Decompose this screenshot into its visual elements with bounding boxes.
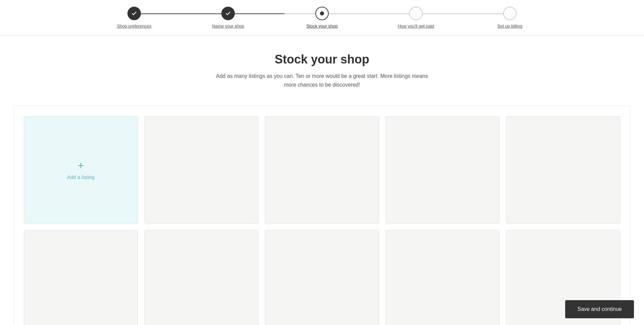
- listing-grid-row-2: [24, 230, 620, 325]
- listing-grid-row-1: + Add a listing: [24, 116, 620, 224]
- step-circle-5: [503, 7, 517, 20]
- step-label-5[interactable]: Set up billing: [497, 24, 522, 29]
- listing-grid-section: + Add a listing: [13, 106, 631, 325]
- listing-placeholder-2-2: [145, 230, 259, 325]
- step-label-4[interactable]: How you'll get paid: [398, 24, 434, 29]
- step-label-2[interactable]: Name your shop: [212, 24, 244, 29]
- step-stock-your-shop[interactable]: Stock your shop: [275, 7, 369, 29]
- step-name-your-shop[interactable]: Name your shop: [181, 7, 275, 29]
- step-how-paid[interactable]: How you'll get paid: [369, 7, 463, 29]
- step-circle-1: [127, 7, 141, 20]
- step-shop-preferences[interactable]: Shop preferences: [87, 7, 181, 29]
- progress-section: Shop preferences Name your shop Stock yo…: [0, 0, 644, 36]
- step-circle-4: [409, 7, 423, 20]
- add-listing-label: Add a listing: [67, 174, 95, 180]
- step-label-1[interactable]: Shop preferences: [117, 24, 152, 29]
- listing-placeholder-2-3: [265, 230, 379, 325]
- listing-placeholder-1-3: [265, 116, 379, 224]
- save-bar: Save and continue: [555, 293, 644, 325]
- save-and-continue-button[interactable]: Save and continue: [565, 300, 634, 318]
- listing-placeholder-2-4: [386, 230, 500, 325]
- add-listing-card[interactable]: + Add a listing: [24, 116, 138, 224]
- step-circle-2: [221, 7, 235, 20]
- listing-placeholder-2-1: [24, 230, 138, 325]
- listing-placeholder-1-2: [145, 116, 259, 224]
- page-title: Stock your shop: [7, 52, 637, 66]
- step-circle-3: [315, 7, 329, 20]
- listing-placeholder-1-5: [506, 116, 620, 224]
- progress-steps: Shop preferences Name your shop Stock yo…: [87, 7, 557, 35]
- main-content: Stock your shop Add as many listings as …: [0, 36, 644, 96]
- add-listing-plus-icon: +: [77, 160, 84, 171]
- step-set-up-billing[interactable]: Set up billing: [463, 7, 557, 29]
- listing-placeholder-1-4: [386, 116, 500, 224]
- step-label-3[interactable]: Stock your shop: [306, 24, 337, 29]
- page-subtitle: Add as many listings as you can. Ten or …: [211, 72, 433, 89]
